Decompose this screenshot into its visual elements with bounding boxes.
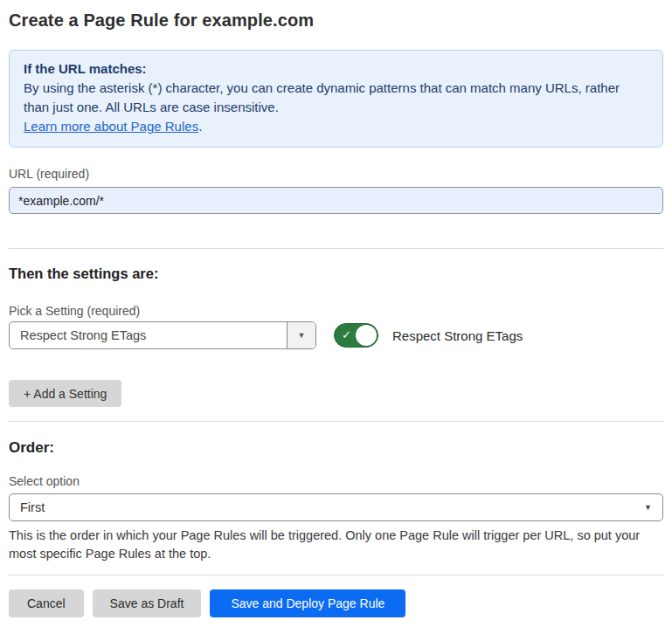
toggle-knob bbox=[356, 325, 377, 346]
pick-setting-label: Pick a Setting (required) bbox=[9, 304, 663, 319]
order-select-label: Select option bbox=[9, 474, 663, 488]
url-input[interactable] bbox=[9, 187, 663, 214]
page-rule-form: Create a Page Rule for example.com If th… bbox=[0, 9, 672, 617]
order-select-value: First bbox=[20, 500, 45, 514]
section-divider bbox=[9, 575, 663, 575]
save-draft-button[interactable]: Save as Draft bbox=[93, 589, 202, 617]
page-title: Create a Page Rule for example.com bbox=[9, 9, 663, 31]
section-divider bbox=[9, 248, 663, 249]
section-divider bbox=[9, 421, 663, 422]
learn-more-link[interactable]: Learn more about Page Rules bbox=[24, 119, 198, 134]
toggle-label: Respect Strong ETags bbox=[392, 328, 523, 343]
settings-section-heading: Then the settings are: bbox=[9, 265, 663, 282]
info-box-heading: If the URL matches: bbox=[24, 59, 648, 79]
cancel-button[interactable]: Cancel bbox=[9, 589, 84, 617]
setting-row: Respect Strong ETags ▼ ✓ Respect Strong … bbox=[9, 321, 663, 349]
link-period: . bbox=[198, 119, 202, 134]
setting-select[interactable]: Respect Strong ETags ▼ bbox=[9, 321, 316, 349]
setting-select-value: Respect Strong ETags bbox=[10, 322, 287, 348]
order-section-heading: Order: bbox=[9, 439, 663, 457]
order-help-text: This is the order in which your Page Rul… bbox=[9, 527, 662, 563]
chevron-down-icon: ▼ bbox=[644, 503, 652, 512]
action-buttons: Cancel Save as Draft Save and Deploy Pag… bbox=[9, 589, 663, 617]
check-icon: ✓ bbox=[342, 329, 351, 341]
info-box-body: By using the asterisk (*) character, you… bbox=[24, 79, 648, 117]
dropdown-arrow-icon[interactable]: ▼ bbox=[287, 322, 315, 348]
add-setting-button[interactable]: + Add a Setting bbox=[9, 380, 121, 407]
etags-toggle[interactable]: ✓ bbox=[334, 323, 378, 348]
info-box-link-line: Learn more about Page Rules. bbox=[24, 117, 648, 136]
url-match-info-box: If the URL matches: By using the asteris… bbox=[9, 50, 663, 148]
order-select[interactable]: First ▼ bbox=[9, 493, 663, 521]
save-deploy-button[interactable]: Save and Deploy Page Rule bbox=[210, 589, 405, 617]
url-field-label: URL (required) bbox=[9, 167, 663, 182]
